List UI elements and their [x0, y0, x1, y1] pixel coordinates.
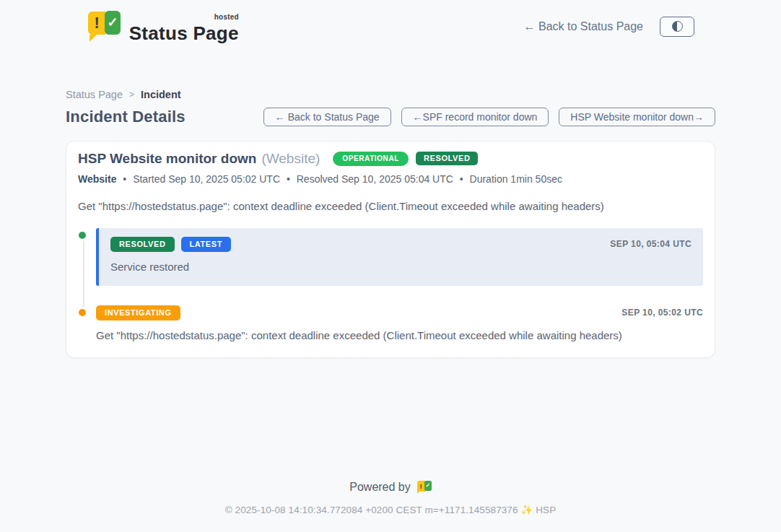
operational-badge: OPERATIONAL: [333, 152, 409, 166]
timeline-message: Service restored: [110, 261, 691, 273]
contrast-icon: [672, 21, 683, 32]
header-back-link[interactable]: ← Back to Status Page: [524, 20, 643, 33]
logo-bubble-green: ✓: [424, 481, 432, 492]
incident-component: (Website): [261, 151, 320, 167]
brand-name-text: Status Page: [129, 22, 239, 44]
incident-description: Get "https://hostedstatus.page": context…: [78, 200, 703, 212]
brand-logo[interactable]: ! ✓ Status Page hosted: [88, 11, 239, 43]
copyright-text: © 2025-10-08 14:10:34.772084 +0200 CEST …: [0, 504, 781, 515]
timeline-timestamp: SEP 10, 05:04 UTC: [610, 239, 691, 249]
checkmark-icon: ✓: [426, 483, 431, 489]
timeline-entry-header: RESOLVED LATEST SEP 10, 05:04 UTC: [110, 237, 691, 252]
incident-meta: Website • Started Sep 10, 2025 05:02 UTC…: [78, 173, 703, 185]
status-dot-investigating: [77, 307, 88, 318]
exclamation-icon: !: [420, 483, 422, 490]
incident-card-header: HSP Website monitor down (Website) OPERA…: [78, 151, 703, 167]
brand-name: Status Page hosted: [129, 15, 239, 43]
powered-by-link[interactable]: Powered by ! ✓: [349, 481, 431, 495]
logo-bubble-yellow: !: [417, 481, 425, 491]
status-dot-resolved: [77, 230, 88, 241]
meta-separator: •: [287, 173, 290, 185]
page-footer: Powered by ! ✓ © 2025-10-08 14:10:34.772…: [0, 481, 781, 516]
timeline-entry-header: INVESTIGATING SEP 10, 05:02 UTC: [96, 305, 703, 320]
app-header: ! ✓ Status Page hosted ← Back to Status …: [0, 0, 781, 53]
header-actions: ← Back to Status Page: [524, 17, 694, 37]
theme-toggle-button[interactable]: [660, 17, 694, 37]
meta-resolved: Resolved Sep 10, 2025 05:04 UTC: [297, 173, 453, 185]
incident-nav-buttons: ← Back to Status Page ←SPF record monito…: [263, 108, 715, 126]
meta-separator: •: [460, 173, 463, 185]
timeline-entry: INVESTIGATING SEP 10, 05:02 UTC Get "htt…: [78, 305, 703, 341]
page-title: Incident Details: [66, 108, 186, 126]
title-row: Incident Details ← Back to Status Page ←…: [66, 108, 715, 126]
meta-component: Website: [78, 173, 116, 185]
back-to-status-page-button[interactable]: ← Back to Status Page: [263, 108, 391, 126]
timeline-timestamp: SEP 10, 05:02 UTC: [621, 308, 703, 318]
powered-by-label: Powered by: [349, 481, 411, 494]
brand-logo-icon-small: ! ✓: [417, 481, 432, 495]
resolved-badge: RESOLVED: [110, 237, 175, 252]
logo-bubble-yellow: !: [88, 12, 105, 35]
breadcrumb-status-page[interactable]: Status Page: [66, 89, 123, 100]
prev-incident-button[interactable]: ←SPF record monitor down: [401, 108, 549, 126]
resolved-badge: RESOLVED: [416, 152, 479, 165]
meta-started: Started Sep 10, 2025 05:02 UTC: [133, 173, 280, 185]
brand-logo-icon: ! ✓: [88, 11, 121, 43]
timeline-entry-badges: RESOLVED LATEST: [110, 237, 231, 252]
logo-bubble-tail: [417, 491, 420, 494]
checkmark-icon: ✓: [107, 16, 118, 29]
timeline-entry-highlight-box: RESOLVED LATEST SEP 10, 05:04 UTC Servic…: [96, 228, 703, 286]
incident-card: HSP Website monitor down (Website) OPERA…: [66, 141, 715, 358]
breadcrumb-current: Incident: [141, 89, 181, 100]
brand-superscript: hosted: [214, 14, 239, 21]
logo-bubble-green: ✓: [105, 11, 120, 35]
timeline-entry-badges: INVESTIGATING: [96, 305, 180, 320]
main-content: Status Page > Incident Incident Details …: [66, 89, 715, 358]
latest-badge: LATEST: [181, 237, 232, 252]
meta-separator: •: [123, 173, 126, 185]
incident-timeline: RESOLVED LATEST SEP 10, 05:04 UTC Servic…: [78, 228, 703, 341]
meta-duration: Duration 1min 50sec: [470, 173, 562, 185]
logo-bubble-tail: [90, 35, 97, 42]
exclamation-icon: !: [94, 15, 99, 31]
timeline-entry: RESOLVED LATEST SEP 10, 05:04 UTC Servic…: [78, 228, 703, 286]
incident-title: HSP Website monitor down: [78, 151, 256, 167]
timeline-message: Get "https://hostedstatus.page": context…: [96, 329, 703, 341]
breadcrumb: Status Page > Incident: [66, 89, 715, 100]
breadcrumb-separator: >: [129, 90, 134, 100]
next-incident-button[interactable]: HSP Website monitor down→: [559, 108, 715, 126]
investigating-badge: INVESTIGATING: [96, 305, 180, 320]
